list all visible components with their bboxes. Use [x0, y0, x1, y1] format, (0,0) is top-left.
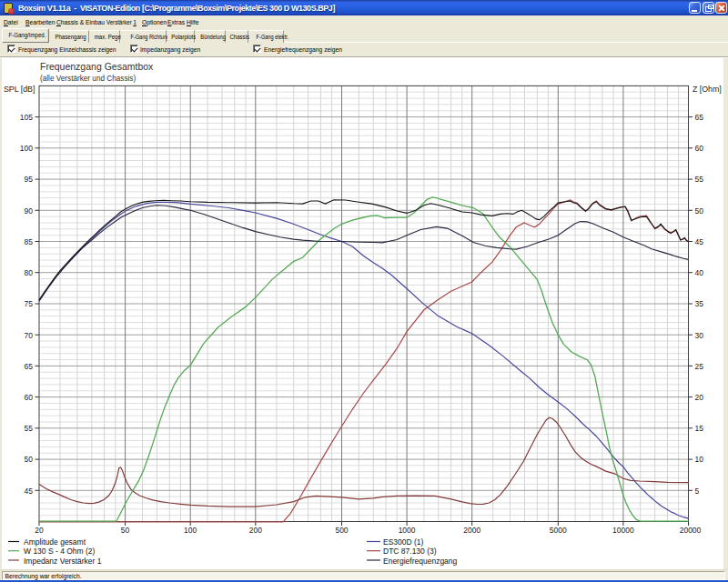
svg-text:DTC 87.130 (3): DTC 87.130 (3) — [383, 547, 437, 556]
svg-text:70: 70 — [25, 331, 34, 340]
svg-text:65: 65 — [695, 113, 704, 122]
svg-text:5000: 5000 — [550, 526, 567, 535]
svg-text:Frequenzgang Gesamtbox: Frequenzgang Gesamtbox — [40, 61, 154, 72]
svg-text:2000: 2000 — [463, 526, 480, 535]
svg-text:90: 90 — [25, 206, 34, 216]
svg-text:45: 45 — [695, 237, 704, 246]
svg-text:65: 65 — [25, 362, 34, 371]
svg-text:5: 5 — [695, 487, 700, 496]
svg-text:Z [Ohm]: Z [Ohm] — [693, 85, 722, 94]
svg-text:40: 40 — [695, 268, 704, 277]
svg-text:50: 50 — [25, 455, 34, 464]
svg-text:500: 500 — [335, 526, 348, 535]
svg-text:30: 30 — [695, 331, 704, 340]
svg-text:10: 10 — [695, 455, 704, 464]
svg-text:20: 20 — [35, 526, 44, 535]
svg-text:SPL [dB]: SPL [dB] — [4, 85, 35, 94]
svg-text:25: 25 — [695, 362, 704, 371]
svg-text:100: 100 — [20, 144, 33, 153]
svg-text:60: 60 — [25, 393, 34, 402]
svg-text:W 130 S - 4 Ohm (2): W 130 S - 4 Ohm (2) — [24, 547, 96, 556]
svg-text:200: 200 — [249, 526, 262, 535]
svg-text:45: 45 — [25, 487, 34, 496]
svg-text:55: 55 — [695, 175, 704, 184]
svg-text:60: 60 — [695, 144, 704, 153]
svg-text:105: 105 — [20, 113, 33, 122]
svg-text:1000: 1000 — [399, 526, 416, 535]
svg-text:Impedanz Verstärker 1: Impedanz Verstärker 1 — [24, 557, 102, 566]
svg-text:Energiefrequenzgang: Energiefrequenzgang — [383, 557, 458, 566]
svg-text:100: 100 — [184, 526, 197, 535]
svg-text:75: 75 — [25, 299, 34, 308]
svg-text:ES300D (1): ES300D (1) — [383, 537, 424, 547]
svg-text:85: 85 — [25, 237, 34, 246]
svg-text:15: 15 — [695, 424, 704, 433]
svg-text:20: 20 — [695, 393, 704, 402]
svg-text:55: 55 — [25, 424, 34, 433]
svg-text:50: 50 — [695, 206, 704, 216]
svg-text:(alle Verstärker und Chassis): (alle Verstärker und Chassis) — [40, 75, 136, 83]
svg-text:Amplitude gesamt: Amplitude gesamt — [24, 537, 86, 547]
svg-text:95: 95 — [25, 175, 34, 184]
svg-text:50: 50 — [121, 526, 130, 535]
svg-text:80: 80 — [25, 268, 34, 277]
svg-text:10000: 10000 — [612, 526, 634, 535]
svg-text:35: 35 — [695, 299, 704, 308]
svg-text:20000: 20000 — [680, 526, 702, 535]
